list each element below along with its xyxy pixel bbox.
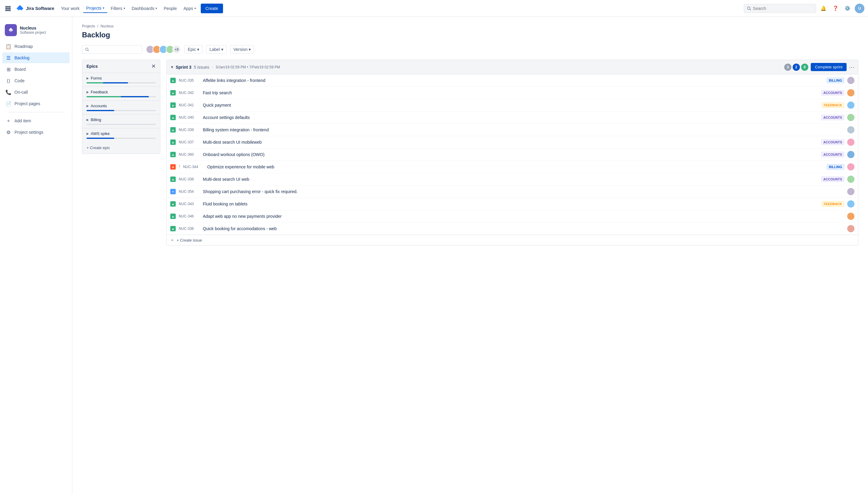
issue-key[interactable]: NUC-338 (179, 177, 200, 181)
nav-filters[interactable]: Filters ▾ (108, 4, 128, 13)
issue-type-icon: ▲ (170, 90, 176, 95)
sidebar-item-backlog[interactable]: ☰ Backlog (2, 52, 70, 63)
epic-chevron-icon: ▾ (197, 47, 199, 52)
issue-type-icon: ▲ (170, 176, 176, 182)
epic-feedback-name: Feedback (91, 90, 108, 94)
label-filter[interactable]: Label ▾ (206, 45, 226, 54)
issue-label[interactable]: FEEDBACK (821, 201, 844, 207)
issue-summary[interactable]: Multi-dest search UI mobileweb (203, 140, 818, 145)
issue-key[interactable]: NUC-342 (179, 91, 200, 95)
epic-aws-row[interactable]: ▶ AWS spike (87, 131, 156, 136)
issue-type-icon: ▲ (170, 127, 176, 133)
issue-label[interactable]: ACCOUNTS (821, 139, 844, 145)
issue-row: ● ! NUC-344 Optimize experience for mobi… (167, 161, 858, 173)
issue-summary[interactable]: Affelite links integration - frontend (203, 78, 824, 83)
issue-label[interactable]: ACCOUNTS (821, 90, 844, 95)
issue-row: ▲ NUC-340 Account settings defaults ACCO… (167, 111, 858, 124)
issue-summary[interactable]: Account settings defaults (203, 115, 818, 120)
issue-key[interactable]: NUC-343 (179, 202, 200, 206)
sidebar-item-oncall[interactable]: 📞 On-call (2, 87, 70, 98)
breadcrumb-projects[interactable]: Projects (82, 24, 95, 28)
issue-summary[interactable]: Adapt web app no new payments provider (203, 214, 844, 219)
issue-label[interactable]: FEEDBACK (821, 102, 844, 108)
issue-summary[interactable]: Quick booking for accomodations - web (203, 226, 844, 231)
issue-summary[interactable]: Shopping cart purchasing error - quick f… (203, 189, 844, 194)
project-info: Nucleus Software project (20, 25, 46, 35)
epic-aws-name: AWS spike (91, 131, 110, 136)
epic-forms-bar (87, 82, 128, 83)
search-box[interactable] (744, 4, 816, 13)
create-button[interactable]: Create (201, 4, 223, 13)
complete-sprint-button[interactable]: Complete sprint (811, 63, 847, 71)
epic-accounts-progress (87, 110, 156, 111)
breadcrumb-nucleus[interactable]: Nucleus (100, 24, 113, 28)
create-epic-button[interactable]: + Create epic (82, 142, 160, 154)
nav-projects[interactable]: Projects ▾ (83, 4, 107, 13)
sidebar-item-project-settings[interactable]: ⚙ Project settings (2, 127, 70, 138)
issue-summary[interactable]: Fast trip search (203, 90, 818, 95)
sidebar-item-board[interactable]: ⊞ Board (2, 64, 70, 75)
search-input[interactable] (753, 6, 813, 11)
issue-key[interactable]: NUC-344 (183, 165, 204, 169)
issue-summary[interactable]: Billing system integration - frontend (203, 128, 844, 132)
epic-feedback-bar (87, 96, 149, 97)
version-filter[interactable]: Version ▾ (230, 45, 254, 54)
sidebar-item-project-pages[interactable]: 📄 Project pages (2, 98, 70, 109)
svg-rect-6 (5, 10, 7, 11)
sprint-more-button[interactable]: ⋯ (849, 64, 854, 71)
issue-label[interactable]: ACCOUNTS (821, 176, 844, 182)
issue-key[interactable]: NUC-337 (179, 140, 200, 144)
issue-key[interactable]: NUC-339 (179, 128, 200, 132)
issue-summary[interactable]: Optimize experience for mobile web (207, 165, 824, 169)
issue-label[interactable]: ACCOUNTS (821, 152, 844, 157)
issue-key[interactable]: NUC-336 (179, 227, 200, 231)
nav-right: 🔔 ❓ ⚙️ U (744, 4, 864, 13)
add-icon: ＋ (5, 118, 12, 124)
backlog-search[interactable] (82, 45, 142, 54)
sidebar-item-roadmap[interactable]: 📋 Roadmap (2, 41, 70, 52)
issue-avatar (847, 188, 854, 195)
issue-label[interactable]: BILLING (827, 164, 844, 170)
avatar-count[interactable]: +3 (172, 45, 181, 54)
notifications-button[interactable]: 🔔 (818, 4, 828, 13)
grid-menu-icon[interactable] (4, 4, 12, 13)
epic-filter[interactable]: Epic ▾ (184, 45, 203, 54)
nav-your-work[interactable]: Your work (58, 4, 82, 13)
issue-key[interactable]: NUC-354 (179, 189, 200, 194)
oncall-icon: 📞 (5, 89, 12, 95)
issue-label[interactable]: BILLING (827, 78, 844, 83)
issue-summary[interactable]: Quick payment (203, 103, 818, 108)
issue-key[interactable]: NUC-340 (179, 115, 200, 119)
jira-logo[interactable]: Jira Software (16, 4, 54, 13)
issue-summary[interactable]: Multi-dest search UI web (203, 177, 818, 182)
epic-accounts-row[interactable]: ▶ Accounts (87, 103, 156, 108)
create-issue-row[interactable]: ＋ + Create issue (166, 235, 858, 246)
sprint-chevron-icon[interactable]: ▼ (170, 65, 174, 69)
epic-billing-row[interactable]: ▶ Billing (87, 117, 156, 122)
issue-key[interactable]: NUC-341 (179, 103, 200, 107)
nav-people[interactable]: People (161, 4, 180, 13)
backlog-search-input[interactable] (91, 47, 139, 52)
issue-key[interactable]: NUC-360 (179, 152, 200, 157)
epics-close-button[interactable]: ✕ (151, 63, 156, 69)
nav-apps[interactable]: Apps ▾ (181, 4, 199, 13)
sidebar-item-add-item[interactable]: ＋ Add item (2, 115, 70, 126)
nav-dashboards[interactable]: Dashboards ▾ (129, 4, 160, 13)
issue-label[interactable]: ACCOUNTS (821, 115, 844, 120)
epic-billing-progress (87, 124, 156, 125)
epic-feedback-row[interactable]: ▶ Feedback (87, 90, 156, 94)
help-button[interactable]: ❓ (831, 4, 840, 13)
issue-summary[interactable]: Fluid booking on tablets (203, 202, 818, 206)
badge-green: 0 (801, 63, 808, 71)
backlog-icon: ☰ (5, 55, 12, 61)
epic-forms-row[interactable]: ▶ Forms (87, 76, 156, 80)
sidebar-label-board: Board (15, 67, 25, 72)
settings-button[interactable]: ⚙️ (843, 4, 852, 13)
issue-key[interactable]: NUC-346 (179, 214, 200, 218)
issue-summary[interactable]: Onboard workout options (OWO) (203, 152, 818, 157)
user-avatar[interactable]: U (855, 4, 864, 13)
issue-avatar (847, 176, 854, 183)
issue-key[interactable]: NUC-335 (179, 78, 200, 82)
sidebar-label-roadmap: Roadmap (15, 44, 33, 49)
sidebar-item-code[interactable]: ⟨⟩ Code (2, 75, 70, 86)
